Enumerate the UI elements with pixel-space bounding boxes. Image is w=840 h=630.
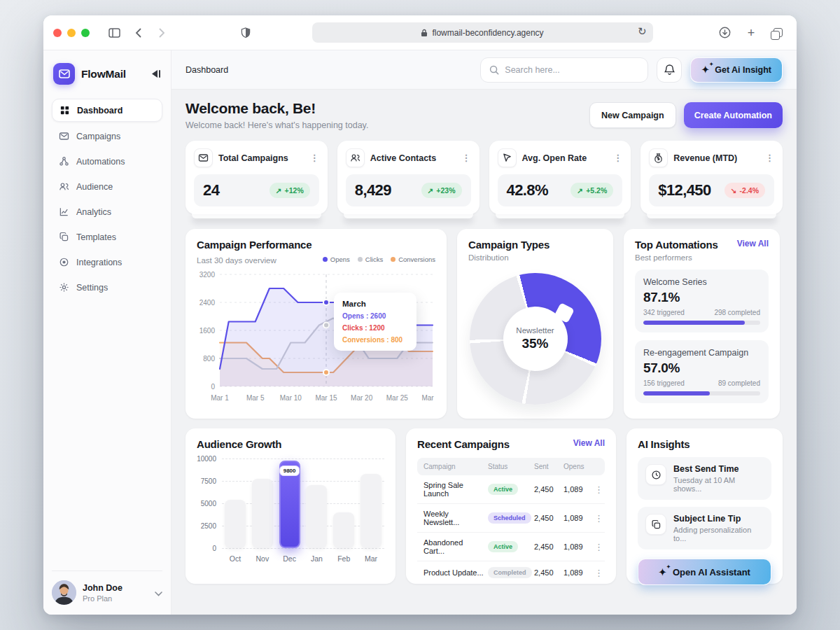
more-options-icon[interactable]: ⋮: [594, 542, 603, 552]
forward-icon[interactable]: [153, 24, 171, 42]
audience-growth-card: Audience Growth 100007500500025000 9800 …: [186, 428, 396, 584]
bar-chart: 100007500500025000 9800 OctNovDecJanFebM…: [197, 458, 384, 563]
nodes-icon: [59, 156, 69, 167]
clock-icon: [645, 464, 666, 485]
card-subtitle: Last 30 days overview: [197, 256, 276, 265]
campaign-name: Abandoned Cart...: [424, 538, 485, 555]
more-options-icon[interactable]: ⋮: [310, 153, 319, 162]
more-options-icon[interactable]: ⋮: [594, 514, 603, 523]
chart-tooltip: March Opens : 2600Clicks : 1200Conversio…: [334, 293, 416, 351]
more-options-icon[interactable]: ⋮: [594, 568, 603, 578]
bar-dec: 9800: [279, 461, 300, 548]
sidebar-item-label: Campaigns: [76, 132, 120, 141]
trend-up-icon: ↗: [577, 186, 583, 195]
stat-card-0: Total Campaigns ⋮ 24 ↗ +12%: [186, 141, 328, 214]
insights-list: Best Send Time Tuesday at 10 AM shows...…: [638, 457, 771, 550]
sidebar-item-integrations[interactable]: Integrations: [52, 251, 162, 273]
back-icon[interactable]: [129, 24, 147, 42]
sidebar-item-dashboard[interactable]: Dashboard: [52, 99, 162, 122]
stat-value: $12,450: [658, 181, 710, 200]
browser-chrome: flowmail-beconfidency.agency ↻ +: [43, 15, 797, 50]
progress-bar: [643, 321, 760, 325]
brand: FlowMail: [53, 63, 161, 85]
view-all-link[interactable]: View All: [573, 438, 605, 448]
svg-text:2400: 2400: [200, 299, 216, 307]
sidebar-item-audience[interactable]: Audience: [52, 176, 162, 197]
svg-text:3200: 3200: [200, 271, 216, 279]
sidebar-item-automations[interactable]: Automations: [52, 150, 162, 172]
notifications-button[interactable]: [657, 57, 682, 83]
sidebar-toggle-icon[interactable]: [105, 24, 123, 42]
trend-badge: ↗ +23%: [421, 183, 462, 198]
search-input[interactable]: [505, 65, 639, 75]
svg-text:Mar 15: Mar 15: [315, 394, 337, 402]
more-options-icon[interactable]: ⋮: [594, 485, 603, 494]
sidebar-item-label: Dashboard: [77, 106, 122, 115]
campaigns-table: CampaignStatusSentOpens Spring Sale Laun…: [417, 458, 605, 584]
bar-oct: [225, 500, 246, 548]
search-box[interactable]: [480, 57, 648, 83]
campaign-name: Product Update...: [424, 568, 485, 577]
more-options-icon[interactable]: ⋮: [462, 153, 471, 162]
insight-desc: Tuesday at 10 AM shows...: [673, 476, 764, 493]
new-tab-icon[interactable]: +: [742, 24, 760, 42]
stat-value: 24: [203, 181, 219, 200]
maximize-window-button[interactable]: [81, 29, 90, 37]
table-row: Weekly Newslett... Scheduled 2,450 1,089…: [417, 504, 605, 533]
trend-badge: ↗ +5.2%: [570, 183, 613, 198]
minimize-window-button[interactable]: [67, 29, 76, 37]
chevron-down-icon[interactable]: [155, 587, 162, 599]
card-title: Audience Growth: [197, 438, 384, 450]
more-options-icon[interactable]: ⋮: [765, 153, 774, 162]
insight-desc: Adding personalization to...: [673, 526, 764, 542]
more-options-icon[interactable]: ⋮: [613, 153, 622, 162]
sidebar-item-settings[interactable]: Settings: [52, 276, 162, 298]
copy-icon: [59, 232, 69, 242]
reload-icon[interactable]: ↻: [638, 25, 647, 38]
line-chart: 3200240016008000Mar 1Mar 5Mar 10Mar 15Ma…: [197, 270, 435, 407]
automation-rate: 57.0%: [643, 360, 760, 376]
status-badge: Scheduled: [488, 512, 531, 524]
new-campaign-button[interactable]: New Campaign: [589, 102, 676, 128]
sidebar-item-campaigns[interactable]: Campaigns: [52, 125, 162, 147]
sidebar: FlowMail Dashboard Campaigns Automations…: [43, 50, 172, 615]
lock-icon: [421, 29, 428, 37]
view-all-link[interactable]: View All: [737, 239, 769, 248]
close-window-button[interactable]: [53, 29, 62, 37]
mail-icon: [194, 148, 213, 167]
create-automation-button[interactable]: Create Automation: [684, 102, 783, 128]
sidebar-collapse-icon[interactable]: [151, 69, 161, 78]
tooltip-row: Clicks : 1200: [342, 324, 408, 332]
tooltip-row: Opens : 2600: [342, 312, 408, 320]
brand-name: FlowMail: [81, 68, 126, 80]
automation-name: Re-engagement Campaign: [643, 348, 760, 358]
bar-jan: [306, 485, 327, 548]
browser-window: flowmail-beconfidency.agency ↻ + FlowMai…: [43, 15, 797, 615]
download-icon[interactable]: [715, 24, 734, 42]
automation-name: Welcome Series: [643, 277, 760, 287]
get-ai-insight-button[interactable]: ✦✦ Get Ai Insight: [690, 57, 783, 83]
insight-item[interactable]: Best Send Time Tuesday at 10 AM shows...: [638, 457, 771, 500]
sidebar-item-label: Automations: [76, 157, 125, 167]
url-bar[interactable]: flowmail-beconfidency.agency ↻: [312, 22, 653, 43]
shield-icon[interactable]: [237, 24, 255, 42]
sidebar-item-analytics[interactable]: Analytics: [52, 201, 162, 223]
insight-title: Subject Line Tip: [673, 514, 764, 524]
bar-mar: [360, 474, 382, 548]
search-icon: [489, 65, 499, 75]
tabs-overview-icon[interactable]: [769, 24, 787, 42]
users-icon: [59, 181, 69, 192]
triggered-count: 156 triggered: [643, 379, 685, 387]
svg-text:Mar 20: Mar 20: [351, 394, 373, 402]
svg-text:Mar 31: Mar 31: [421, 394, 435, 402]
open-ai-assistant-button[interactable]: ✦✦ Open AI Assistant: [638, 559, 771, 585]
status-badge: Completed: [488, 567, 532, 578]
sidebar-item-templates[interactable]: Templates: [52, 226, 162, 248]
user-name: John Doe: [83, 583, 122, 593]
card-subtitle: Best performers: [635, 253, 769, 262]
trend-up-icon: ↗: [428, 186, 434, 195]
insight-item[interactable]: Subject Line Tip Adding personalization …: [638, 507, 771, 550]
bar-x-labels: OctNovDecJanFebMar: [222, 554, 384, 563]
chart-legend: Opens Clicks Conversions: [323, 255, 435, 263]
user-profile[interactable]: John Doe Pro Plan: [52, 570, 162, 605]
